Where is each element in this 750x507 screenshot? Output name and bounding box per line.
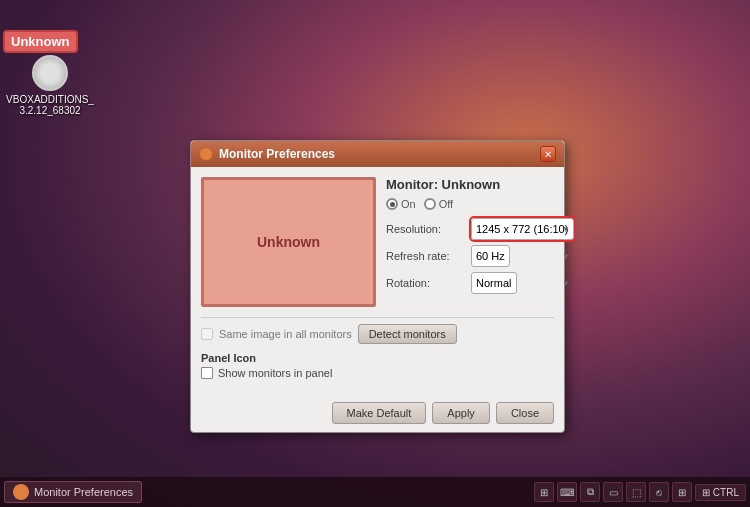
same-image-checkbox[interactable] <box>201 328 213 340</box>
taskbar-item-label: Monitor Preferences <box>34 486 133 498</box>
cd-icon <box>32 55 68 91</box>
monitor-preview: Unknown <box>201 177 376 307</box>
show-monitors-checkbox[interactable] <box>201 367 213 379</box>
desktop-icon-label: VBOXADDITIONS_ 3.2.12_68302 <box>6 94 94 116</box>
on-label: On <box>401 198 416 210</box>
monitor-preview-label: Unknown <box>257 234 320 250</box>
dialog-title-icon <box>199 147 213 161</box>
unknown-button[interactable]: Unknown <box>3 30 78 53</box>
resolution-select[interactable]: 1245 x 772 (16:10) <box>471 218 574 240</box>
off-label: Off <box>439 198 453 210</box>
refresh-rate-select[interactable]: 60 Hz <box>471 245 510 267</box>
refresh-rate-label: Refresh rate: <box>386 250 471 262</box>
rotation-select-wrapper: Normal <box>471 272 574 294</box>
off-radio-label[interactable]: Off <box>424 198 453 210</box>
dialog-titlebar[interactable]: Monitor Preferences ✕ <box>191 141 564 167</box>
resolution-select-wrapper: 1245 x 772 (16:10) <box>471 218 574 240</box>
refresh-rate-row: Refresh rate: 60 Hz <box>386 245 574 267</box>
taskbar-icon-1[interactable]: ⊞ <box>534 482 554 502</box>
on-radio-label[interactable]: On <box>386 198 416 210</box>
vboxadditions-icon[interactable]: VBOXADDITIONS_ 3.2.12_68302 <box>20 55 80 116</box>
off-radio-button[interactable] <box>424 198 436 210</box>
detect-monitors-button[interactable]: Detect monitors <box>358 324 457 344</box>
panel-icon-title: Panel Icon <box>201 352 554 364</box>
taskbar-icon-6[interactable]: ⎋ <box>649 482 669 502</box>
taskbar-icon-7[interactable]: ⊞ <box>672 482 692 502</box>
separator <box>201 317 554 318</box>
rotation-select[interactable]: Normal <box>471 272 517 294</box>
taskbar-icon-2[interactable]: ⌨ <box>557 482 577 502</box>
make-default-button[interactable]: Make Default <box>332 402 427 424</box>
taskbar-monitor-preferences[interactable]: Monitor Preferences <box>4 481 142 503</box>
dialog-close-button[interactable]: ✕ <box>540 146 556 162</box>
taskbar-right: ⊞ ⌨ ⧉ ▭ ⬚ ⎋ ⊞ ⊞ CTRL <box>534 482 750 502</box>
taskbar-icon-4[interactable]: ▭ <box>603 482 623 502</box>
dialog-title-text: Monitor Preferences <box>219 147 534 161</box>
dialog-buttons: Make Default Apply Close <box>191 397 564 432</box>
taskbar: Monitor Preferences ⊞ ⌨ ⧉ ▭ ⬚ ⎋ ⊞ ⊞ CTRL <box>0 477 750 507</box>
taskbar-icon-5[interactable]: ⬚ <box>626 482 646 502</box>
resolution-label: Resolution: <box>386 223 471 235</box>
dialog-body: Unknown Monitor: Unknown On Off <box>191 167 564 397</box>
monitor-name-label: Monitor: Unknown <box>386 177 574 192</box>
close-button[interactable]: Close <box>496 402 554 424</box>
rotation-row: Rotation: Normal <box>386 272 574 294</box>
refresh-rate-select-wrapper: 60 Hz <box>471 245 574 267</box>
panel-icon-section: Panel Icon Show monitors in panel <box>201 352 554 379</box>
taskbar-icon-3[interactable]: ⧉ <box>580 482 600 502</box>
on-radio-button[interactable] <box>386 198 398 210</box>
same-image-label: Same image in all monitors <box>219 328 352 340</box>
taskbar-monitor-icon <box>13 484 29 500</box>
rotation-label: Rotation: <box>386 277 471 289</box>
apply-button[interactable]: Apply <box>432 402 490 424</box>
resolution-row: Resolution: 1245 x 772 (16:10) <box>386 218 574 240</box>
on-off-row: On Off <box>386 198 574 210</box>
taskbar-left: Monitor Preferences <box>0 481 142 503</box>
show-monitors-row: Show monitors in panel <box>201 367 554 379</box>
show-monitors-label: Show monitors in panel <box>218 367 332 379</box>
monitor-display-area: Unknown Monitor: Unknown On Off <box>201 177 554 307</box>
monitor-settings: Monitor: Unknown On Off <box>386 177 574 307</box>
monitor-preferences-dialog: Monitor Preferences ✕ Unknown Monitor: U… <box>190 140 565 433</box>
same-image-row: Same image in all monitors Detect monito… <box>201 324 554 344</box>
desktop: Unknown VBOXADDITIONS_ 3.2.12_68302 Moni… <box>0 0 750 507</box>
host-key-label: ⊞ CTRL <box>695 484 746 501</box>
